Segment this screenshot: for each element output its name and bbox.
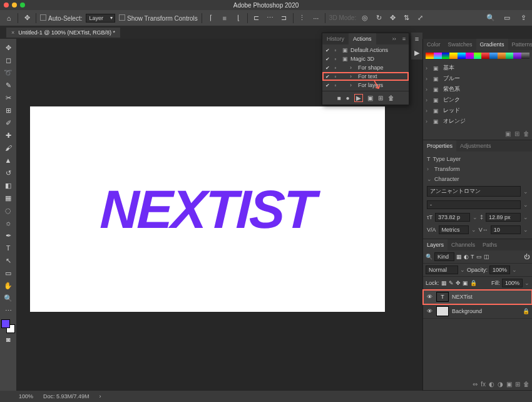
check-icon[interactable]: ✔ [324, 48, 330, 53]
align-hcenter-icon[interactable]: ⋯ [265, 13, 275, 23]
foreground-color[interactable] [1, 319, 10, 328]
show-transform-checkbox[interactable]: Show Transform Controls [119, 14, 198, 22]
filter-kind-dropdown[interactable]: Kind [434, 252, 454, 261]
lock-artboard-icon[interactable]: ▣ [463, 280, 468, 286]
dialog-toggle[interactable]: ▫ [332, 83, 339, 88]
layer-thumbnail[interactable] [436, 306, 449, 316]
tab-layers[interactable]: Layers [423, 239, 448, 250]
gradient-folder[interactable]: ›▣基本 [423, 63, 532, 73]
workspace-icon[interactable]: ▭ [502, 13, 512, 23]
action-item[interactable]: ✔▫›For shape [322, 63, 409, 72]
eraser-tool[interactable]: ◧ [1, 179, 16, 192]
zoom-level[interactable]: 100% [19, 393, 33, 399]
lock-pixels-icon[interactable]: ✎ [449, 280, 454, 286]
auto-select-checkbox[interactable]: Auto-Select: [40, 14, 82, 22]
close-tab-icon[interactable]: × [11, 29, 14, 36]
history-brush-tool[interactable]: ↺ [1, 167, 16, 179]
new-group-icon[interactable]: ▣ [505, 130, 511, 137]
lasso-tool[interactable]: ➰ [1, 66, 16, 79]
action-item[interactable]: ✔▫›For layers [322, 81, 409, 90]
check-icon[interactable]: ✔ [324, 65, 330, 71]
collapse-icon[interactable]: ›› [389, 36, 399, 42]
blend-mode-dropdown[interactable]: Normal [426, 265, 458, 274]
dialog-toggle[interactable]: ▫ [332, 74, 339, 80]
dialog-toggle[interactable]: ▫ [332, 56, 339, 62]
hand-tool[interactable]: ✋ [1, 279, 16, 292]
edit-toolbar[interactable]: ⋯ [1, 304, 16, 317]
layer-row[interactable]: 👁TNEXTist [423, 290, 532, 304]
filter-toggle[interactable]: ⏻ [524, 254, 529, 260]
dodge-tool[interactable]: ☼ [1, 217, 16, 229]
transform-section[interactable]: Transform [434, 166, 460, 172]
gradient-folder[interactable]: ›▣紫色系 [423, 84, 532, 95]
tab-paths[interactable]: Paths [479, 239, 501, 250]
check-icon[interactable]: ✔ [324, 74, 330, 80]
layer-fx-icon[interactable]: fx [481, 381, 486, 388]
blur-tool[interactable]: ◌ [1, 204, 16, 217]
tab-history[interactable]: History [322, 33, 349, 44]
home-icon[interactable]: ⌂ [4, 13, 14, 23]
filter-smart-icon[interactable]: ◫ [484, 254, 489, 260]
lock-transparency-icon[interactable]: ▦ [441, 280, 447, 286]
font-style-dropdown[interactable]: - [427, 200, 521, 209]
layer-thumbnail[interactable]: T [436, 292, 449, 302]
character-section[interactable]: Character [434, 176, 459, 182]
tab-actions[interactable]: Actions [349, 33, 376, 44]
pen-tool[interactable]: ✒ [1, 229, 16, 242]
layer-row[interactable]: 👁Background🔒 [423, 304, 532, 319]
align-top-icon[interactable]: ⌈ [206, 13, 216, 23]
delete-action-icon[interactable]: 🗑 [388, 95, 394, 101]
new-preset-icon[interactable]: ⊞ [514, 130, 519, 137]
tab-adjustments[interactable]: Adjustments [456, 140, 495, 152]
visibility-icon[interactable]: 👁 [426, 308, 433, 314]
3d-roll-icon[interactable]: ↻ [374, 13, 384, 23]
link-layers-icon[interactable]: ⇔ [473, 381, 478, 388]
marquee-tool[interactable]: ◻ [1, 54, 16, 66]
filter-pixel-icon[interactable]: ▦ [456, 254, 462, 260]
fill-input[interactable]: 100% [502, 279, 523, 287]
filter-adjust-icon[interactable]: ◐ [464, 254, 469, 260]
canvas[interactable]: NEXTIST [30, 106, 385, 312]
stop-record-icon[interactable]: ■ [337, 95, 340, 101]
panel-menu-icon[interactable]: ≡ [415, 35, 419, 43]
3d-pan-icon[interactable]: ✥ [387, 13, 397, 23]
play-action-icon[interactable]: ▶ [355, 95, 362, 101]
zoom-tool[interactable]: 🔍 [1, 292, 16, 304]
type-tool[interactable]: T [1, 242, 16, 254]
move-tool[interactable]: ✥ [1, 41, 16, 54]
align-bottom-icon[interactable]: ⌊ [233, 13, 243, 23]
tab-swatches[interactable]: Swatches [444, 39, 476, 50]
tab-channels[interactable]: Channels [448, 239, 479, 250]
color-swatches[interactable] [1, 319, 15, 333]
tab-patterns[interactable]: Patterns [508, 39, 532, 50]
dialog-toggle[interactable]: ▫ [332, 65, 339, 71]
gradient-presets[interactable] [426, 53, 529, 59]
action-item[interactable]: ✔▫▣Magic 3D [322, 54, 409, 63]
auto-select-dropdown[interactable]: Layer [86, 14, 115, 23]
quick-mask[interactable]: ◙ [1, 333, 16, 346]
lock-position-icon[interactable]: ✥ [456, 280, 461, 286]
delete-preset-icon[interactable]: 🗑 [523, 130, 529, 137]
share-icon[interactable]: ⇪ [518, 13, 528, 23]
path-select-tool[interactable]: ↖ [1, 254, 16, 267]
tracking-input[interactable]: Metrics [439, 225, 469, 234]
more-align-icon[interactable]: ··· [311, 13, 321, 23]
distribute-icon[interactable]: ⋮ [297, 13, 307, 23]
font-size-input[interactable]: 373.82 p [435, 213, 470, 222]
check-icon[interactable]: ✔ [324, 56, 330, 62]
filter-type-icon[interactable]: T [471, 254, 474, 260]
document-tab[interactable]: × Untitled-1 @ 100% (NEXTist, RGB/8) * [6, 28, 120, 38]
shape-tool[interactable]: ▭ [1, 267, 16, 279]
filter-shape-icon[interactable]: ▭ [476, 254, 482, 260]
action-item[interactable]: ✔▫›For text [322, 72, 409, 81]
align-right-icon[interactable]: ⊐ [279, 13, 289, 23]
3d-slide-icon[interactable]: ⇅ [401, 13, 411, 23]
kerning-input[interactable]: 10 [491, 225, 521, 234]
panel-menu-icon[interactable]: ≡ [399, 36, 409, 42]
3d-scale-icon[interactable]: ⤢ [415, 13, 425, 23]
align-left-icon[interactable]: ⊏ [252, 13, 262, 23]
font-family-dropdown[interactable]: アンニャントロマン [427, 186, 521, 197]
search-icon[interactable]: 🔍 [486, 13, 496, 23]
layer-name[interactable]: NEXTist [452, 294, 473, 300]
lock-all-icon[interactable]: 🔒 [470, 280, 477, 286]
